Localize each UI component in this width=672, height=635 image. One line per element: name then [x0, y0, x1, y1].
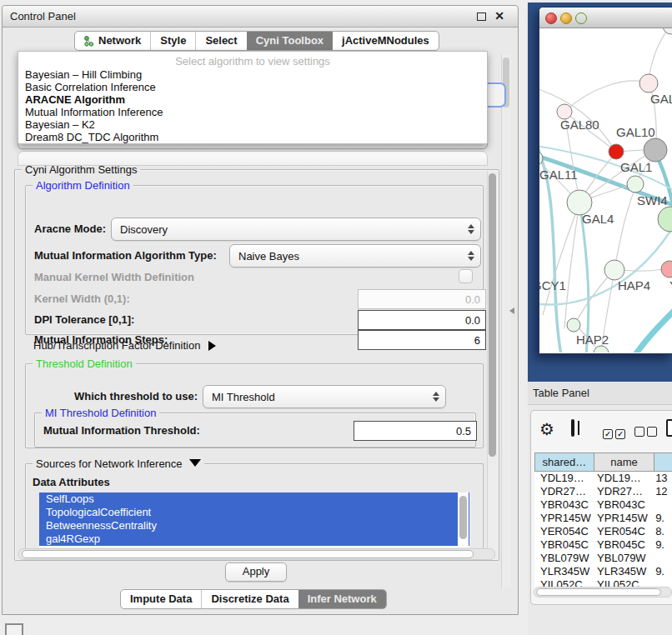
table-cell: YPR145W [534, 512, 591, 525]
settings-hscrollbar[interactable] [18, 548, 495, 560]
node-label-HAP2: HAP2 [576, 332, 609, 347]
network-node-top-partial[interactable] [663, 28, 672, 34]
table-row[interactable]: YER054CYER054C8. [534, 525, 672, 538]
column-combo-fragment[interactable] [18, 151, 488, 166]
table-hscrollbar-thumb[interactable] [536, 588, 661, 596]
node-label-GAL80: GAL80 [560, 118, 599, 132]
dropdown-item-list: Bayesian – Hill ClimbingBasic Correlatio… [18, 68, 487, 143]
dropdown-item[interactable]: Dream8 DC_TDC Algorithm [18, 131, 487, 143]
table-cell: 9. [649, 512, 672, 525]
zoom-light-icon[interactable] [575, 12, 587, 24]
list-scrollbar-thumb[interactable] [459, 496, 467, 539]
attribute-table[interactable]: shared…name YDL19…YDL19…13YDR27…YDR27…12… [534, 452, 672, 592]
table-row[interactable]: YBR043CYBR043C [534, 498, 672, 512]
network-node-SWI4[interactable] [658, 207, 672, 232]
mi-threshold-value: 0.5 [456, 425, 471, 438]
mi-type-combo[interactable]: Naive Bayes [229, 244, 481, 268]
network-node-Y-pink[interactable] [661, 261, 672, 278]
attribute-list-item[interactable]: TopologicalCoefficient [39, 506, 469, 519]
bottom-tab-discretize-data[interactable]: Discretize Data [201, 590, 298, 608]
minimize-light-icon[interactable] [560, 12, 572, 24]
dropdown-item[interactable]: Bayesian – K2 [18, 118, 487, 131]
settings-hscrollbar-thumb[interactable] [22, 550, 474, 558]
attribute-list-item[interactable]: gal4RGexp [39, 532, 469, 546]
tab-style[interactable]: Style [150, 32, 195, 50]
settings-scrollbar[interactable] [487, 171, 498, 559]
dropdown-item[interactable]: Basic Correlation Inference [18, 81, 487, 93]
kernel-width-field[interactable]: 0.0 [358, 289, 486, 309]
aracne-mode-combo[interactable]: Discovery [111, 218, 481, 241]
apply-button[interactable]: Apply [225, 562, 287, 582]
unchecked-boxes-icon[interactable] [634, 425, 657, 440]
attribute-list-item[interactable]: SelfLoops [39, 492, 469, 506]
which-threshold-label: Which threshold to use: [74, 390, 198, 402]
bottom-tab-impute-data[interactable]: Impute Data [121, 590, 201, 608]
split-divider-handle-icon[interactable] [509, 308, 514, 314]
screenshot-root: Control Panel ✕ NetworkStyleSelectCyni T… [0, 0, 672, 635]
table-cell: YBL079W [534, 552, 591, 565]
table-row[interactable]: YLR345WYLR345W9. [534, 565, 672, 578]
close-light-icon[interactable] [545, 12, 557, 24]
dropdown-item[interactable]: ARACNE Algorithm [18, 93, 487, 106]
dpi-tolerance-label: DPI Tolerance [0,1]: [34, 313, 134, 326]
mi-threshold-field[interactable]: 0.5 [354, 421, 477, 441]
dropdown-item[interactable]: Bayesian – Hill Climbing [18, 68, 487, 81]
column-header[interactable]: name [594, 452, 655, 472]
network-node-HAP2[interactable] [567, 318, 580, 332]
manual-kernel-label: Manual Kernel Width Definition [34, 271, 194, 283]
table-cell: YLR345W [534, 565, 591, 578]
table-row[interactable]: YBL079WYBL079W [534, 552, 672, 565]
columns-icon[interactable] [571, 419, 574, 437]
tab-cyni-toolbox[interactable]: Cyni Toolbox [247, 32, 333, 50]
tab-jactivemnodules[interactable]: jActiveMNodules [333, 32, 439, 50]
checked-boxes-icon[interactable]: ✓✓ [603, 425, 625, 440]
table-panel-area: ⚙ ✓✓ shared…name YDL19…YDL19…13YDR27…YDR… [528, 405, 672, 635]
page-icon[interactable] [666, 419, 672, 437]
dropdown-item[interactable]: Mutual Information Inference [18, 106, 487, 118]
network-node-red-node[interactable] [609, 144, 624, 159]
float-icon[interactable] [477, 12, 486, 21]
algorithm-definition-title: Algorithm Definition [33, 179, 133, 192]
gear-icon[interactable]: ⚙ [539, 419, 554, 439]
sources-group-title[interactable]: Sources for Network Inference [33, 458, 204, 470]
settings-scrollbar-thumb[interactable] [489, 173, 496, 457]
network-node-GAL10[interactable] [644, 138, 667, 162]
network-canvas[interactable]: GALGAL80GAL11GAL10GAL1GAL4SWI4GCY1HAP4YH… [539, 28, 672, 352]
close-icon[interactable]: ✕ [494, 9, 504, 22]
network-node-HAP4[interactable] [604, 260, 624, 280]
which-threshold-combo[interactable]: MI Threshold [203, 385, 446, 408]
table-cell: YER054C [534, 525, 591, 538]
mi-steps-field[interactable]: 6 [358, 330, 486, 350]
attribute-list-item[interactable]: BetweennessCentrality [39, 519, 469, 532]
tab-label: Infer Network [308, 590, 377, 608]
column-header[interactable] [654, 452, 672, 472]
data-attributes-list[interactable]: SelfLoopsTopologicalCoefficientBetweenne… [39, 492, 469, 548]
table-hscrollbar[interactable] [534, 587, 672, 598]
table-row[interactable]: YDR27…YDR27…12 [534, 485, 672, 498]
node-label-GAL4: GAL4 [582, 212, 614, 226]
network-view-window: GALGAL80GAL11GAL10GAL1GAL4SWI4GCY1HAP4YH… [539, 7, 672, 354]
minimized-panel-icon[interactable] [5, 623, 23, 635]
tab-network[interactable]: Network [75, 32, 150, 50]
network-node-GAL1[interactable] [627, 176, 644, 192]
node-label-SWI4: SWI4 [637, 193, 668, 208]
network-edge [543, 203, 579, 315]
hub-definition-toggle[interactable]: Hub/Transcription Factor Definition [33, 339, 216, 352]
table-row[interactable]: YPR145WYPR145W9. [534, 512, 672, 525]
cyni-algorithm-settings-group: Cyni Algorithm Settings Algorithm Defini… [14, 169, 499, 561]
table-cell: YDL19… [591, 472, 649, 485]
network-node-gal-pink[interactable] [639, 74, 658, 92]
column-header[interactable]: shared… [534, 452, 594, 472]
network-window-titlebar[interactable] [539, 8, 672, 28]
outer-scrollbar[interactable] [501, 54, 511, 588]
table-cell: YBR045C [591, 538, 649, 552]
bottom-tab-infer-network[interactable]: Infer Network [298, 590, 386, 608]
tab-label: Select [205, 32, 237, 50]
list-scrollbar[interactable] [458, 492, 469, 548]
tab-select[interactable]: Select [195, 32, 246, 50]
table-row[interactable]: YDL19…YDL19…13 [534, 472, 672, 485]
manual-kernel-checkbox[interactable] [459, 269, 473, 283]
dpi-tolerance-field[interactable]: 0.0 [358, 310, 486, 330]
control-panel-title: Control Panel [10, 10, 76, 22]
table-row[interactable]: YBR045CYBR045C9. [534, 538, 672, 552]
